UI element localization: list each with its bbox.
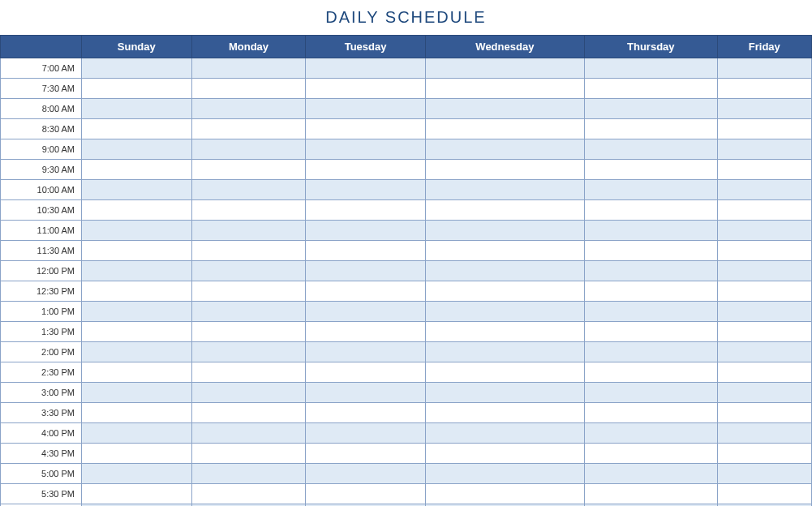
schedule-cell[interactable] xyxy=(585,200,718,221)
schedule-cell[interactable] xyxy=(585,403,718,423)
schedule-cell[interactable] xyxy=(82,58,192,79)
schedule-cell[interactable] xyxy=(585,99,718,119)
schedule-cell[interactable] xyxy=(191,200,306,221)
schedule-cell[interactable] xyxy=(585,221,718,241)
schedule-cell[interactable] xyxy=(82,322,192,342)
schedule-cell[interactable] xyxy=(425,423,584,444)
schedule-cell[interactable] xyxy=(306,444,425,464)
schedule-cell[interactable] xyxy=(306,221,425,241)
schedule-cell[interactable] xyxy=(425,302,584,322)
schedule-cell[interactable] xyxy=(82,362,192,383)
schedule-cell[interactable] xyxy=(717,139,811,160)
schedule-cell[interactable] xyxy=(425,261,584,281)
schedule-cell[interactable] xyxy=(585,160,718,180)
schedule-cell[interactable] xyxy=(585,79,718,99)
schedule-cell[interactable] xyxy=(717,423,811,444)
schedule-cell[interactable] xyxy=(717,160,811,180)
schedule-cell[interactable] xyxy=(191,362,306,383)
schedule-cell[interactable] xyxy=(585,261,718,281)
schedule-cell[interactable] xyxy=(82,423,192,444)
schedule-cell[interactable] xyxy=(425,403,584,423)
schedule-cell[interactable] xyxy=(82,444,192,464)
schedule-cell[interactable] xyxy=(82,200,192,221)
schedule-cell[interactable] xyxy=(425,281,584,302)
schedule-cell[interactable] xyxy=(717,464,811,484)
schedule-cell[interactable] xyxy=(82,464,192,484)
schedule-cell[interactable] xyxy=(306,464,425,484)
schedule-cell[interactable] xyxy=(425,58,584,79)
schedule-cell[interactable] xyxy=(585,281,718,302)
schedule-cell[interactable] xyxy=(425,200,584,221)
schedule-cell[interactable] xyxy=(191,403,306,423)
schedule-cell[interactable] xyxy=(82,383,192,403)
schedule-cell[interactable] xyxy=(82,221,192,241)
schedule-cell[interactable] xyxy=(425,79,584,99)
schedule-cell[interactable] xyxy=(585,322,718,342)
schedule-cell[interactable] xyxy=(82,342,192,362)
schedule-cell[interactable] xyxy=(306,160,425,180)
schedule-cell[interactable] xyxy=(425,383,584,403)
schedule-cell[interactable] xyxy=(585,464,718,484)
schedule-cell[interactable] xyxy=(585,241,718,261)
schedule-cell[interactable] xyxy=(306,180,425,200)
schedule-cell[interactable] xyxy=(306,119,425,139)
schedule-cell[interactable] xyxy=(191,160,306,180)
schedule-cell[interactable] xyxy=(717,383,811,403)
schedule-cell[interactable] xyxy=(306,200,425,221)
schedule-cell[interactable] xyxy=(306,139,425,160)
schedule-cell[interactable] xyxy=(82,484,192,504)
schedule-cell[interactable] xyxy=(717,221,811,241)
schedule-cell[interactable] xyxy=(585,302,718,322)
schedule-cell[interactable] xyxy=(585,362,718,383)
schedule-cell[interactable] xyxy=(717,79,811,99)
schedule-cell[interactable] xyxy=(425,160,584,180)
schedule-cell[interactable] xyxy=(191,180,306,200)
schedule-cell[interactable] xyxy=(191,423,306,444)
schedule-cell[interactable] xyxy=(306,58,425,79)
schedule-cell[interactable] xyxy=(191,58,306,79)
schedule-cell[interactable] xyxy=(717,322,811,342)
schedule-cell[interactable] xyxy=(191,484,306,504)
schedule-cell[interactable] xyxy=(585,180,718,200)
schedule-cell[interactable] xyxy=(306,322,425,342)
schedule-cell[interactable] xyxy=(585,139,718,160)
schedule-cell[interactable] xyxy=(425,484,584,504)
schedule-cell[interactable] xyxy=(191,464,306,484)
schedule-cell[interactable] xyxy=(585,423,718,444)
schedule-cell[interactable] xyxy=(425,139,584,160)
schedule-cell[interactable] xyxy=(82,99,192,119)
schedule-cell[interactable] xyxy=(191,342,306,362)
schedule-cell[interactable] xyxy=(717,200,811,221)
schedule-cell[interactable] xyxy=(425,464,584,484)
schedule-cell[interactable] xyxy=(717,119,811,139)
schedule-cell[interactable] xyxy=(82,403,192,423)
schedule-cell[interactable] xyxy=(82,241,192,261)
schedule-cell[interactable] xyxy=(306,79,425,99)
schedule-cell[interactable] xyxy=(82,281,192,302)
schedule-cell[interactable] xyxy=(306,281,425,302)
schedule-cell[interactable] xyxy=(306,302,425,322)
schedule-cell[interactable] xyxy=(306,99,425,119)
schedule-cell[interactable] xyxy=(191,302,306,322)
schedule-cell[interactable] xyxy=(82,119,192,139)
schedule-cell[interactable] xyxy=(306,261,425,281)
schedule-cell[interactable] xyxy=(717,403,811,423)
schedule-cell[interactable] xyxy=(717,241,811,261)
schedule-cell[interactable] xyxy=(585,484,718,504)
schedule-cell[interactable] xyxy=(306,362,425,383)
schedule-cell[interactable] xyxy=(191,444,306,464)
schedule-cell[interactable] xyxy=(82,302,192,322)
schedule-cell[interactable] xyxy=(82,180,192,200)
schedule-cell[interactable] xyxy=(425,221,584,241)
schedule-cell[interactable] xyxy=(425,322,584,342)
schedule-cell[interactable] xyxy=(191,99,306,119)
schedule-cell[interactable] xyxy=(425,99,584,119)
schedule-cell[interactable] xyxy=(425,362,584,383)
schedule-cell[interactable] xyxy=(717,180,811,200)
schedule-cell[interactable] xyxy=(306,423,425,444)
schedule-cell[interactable] xyxy=(585,119,718,139)
schedule-cell[interactable] xyxy=(306,383,425,403)
schedule-cell[interactable] xyxy=(425,119,584,139)
schedule-cell[interactable] xyxy=(82,160,192,180)
schedule-cell[interactable] xyxy=(191,322,306,342)
